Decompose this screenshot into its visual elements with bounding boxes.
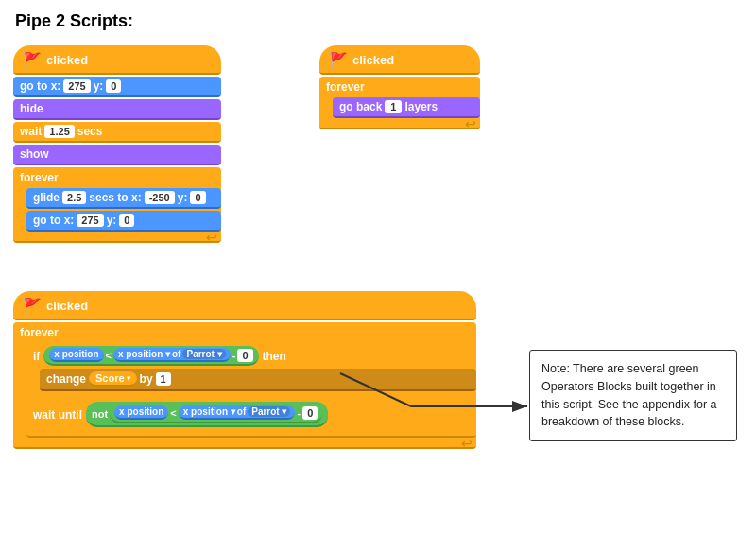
goto-block: go to x: 275 y: 0 [13, 77, 221, 97]
zero-pill-2: 0 [302, 406, 318, 420]
script-1: 🚩 clicked go to x: 275 y: 0 hide wait 1.… [13, 45, 221, 243]
glide-block: glide 2.5 secs to x: -250 y: 0 [26, 188, 221, 209]
flag-icon-2: 🚩 [329, 51, 348, 69]
layers-num: 1 [385, 100, 402, 113]
change-block: change Score ▾ by 1 [40, 369, 476, 391]
page-title: Pipe 2 Scripts: [0, 0, 756, 39]
y2-value: 0 [119, 214, 134, 227]
show-block: show [13, 145, 221, 165]
xpos-parrot-pill-2: x position ▾ of Parrot ▾ [179, 405, 296, 420]
goto-block-2: go to x: 275 y: 0 [26, 211, 221, 232]
glide-y: 0 [190, 191, 205, 204]
glide-secs: 2.5 [62, 191, 86, 204]
flag-icon-3: 🚩 [23, 297, 42, 315]
forever-cblock-2: forever go back 1 layers ↩ [319, 77, 480, 129]
hide-block: hide [13, 99, 221, 120]
y-value: 0 [106, 79, 121, 93]
hat-label-2: clicked [352, 53, 394, 67]
parrot-label: Parrot ▾ [182, 349, 225, 359]
x2-value: 275 [77, 214, 103, 227]
cap-arrow-2: ↩ [465, 117, 476, 130]
note-box: Note: There are several green Operators … [529, 350, 737, 441]
glide-x: -250 [145, 191, 175, 204]
if-row: if x position < x position ▾ of [26, 343, 476, 369]
wait-block: wait 1.25 secs [13, 122, 221, 143]
forever-label-2: forever [319, 77, 480, 97]
cap-arrow-1: ↩ [206, 231, 217, 244]
forever-label-3: forever [13, 322, 476, 343]
not-condition: not x position < x position ▾ [86, 402, 328, 427]
script-2: 🚩 clicked forever go back 1 layers ↩ [319, 45, 480, 129]
hat-block-1: 🚩 clicked [13, 45, 221, 75]
zero-pill-1: 0 [237, 349, 252, 362]
xpos-pill: x position [49, 348, 103, 362]
nested-condition: x position < x position ▾ of Parrot ▾ - [110, 404, 322, 423]
forever-label-1: forever [13, 167, 221, 188]
forever-cblock-3: forever if x position < [13, 322, 476, 449]
by-value: 1 [156, 372, 171, 386]
condition-block: x position < x position ▾ of Parrot ▾ - … [43, 346, 258, 366]
xpos-parrot-pill: x position ▾ of Parrot ▾ [113, 348, 231, 362]
cap-arrow-3: ↩ [461, 437, 472, 450]
note-text: Note: There are several green Operators … [541, 362, 717, 428]
score-pill: Score ▾ [89, 371, 137, 387]
goback-block: go back 1 layers [333, 97, 480, 118]
x-value: 275 [63, 79, 90, 93]
xpos-pill-2: x position [114, 405, 168, 420]
hat-block-2: 🚩 clicked [319, 45, 480, 75]
hat-block-3: 🚩 clicked [13, 291, 476, 320]
script-3: 🚩 clicked forever if x position [13, 291, 476, 449]
hat-label-3: clicked [46, 299, 88, 313]
wait-value: 1.25 [44, 125, 74, 138]
wait-until-row: wait until not x position < [26, 399, 476, 430]
forever-cblock-1: forever glide 2.5 secs to x: -250 y: 0 g… [13, 167, 221, 243]
if-cblock: if x position < x position ▾ of [26, 343, 476, 438]
hat-label-1: clicked [46, 53, 88, 67]
parrot-label-2: Parrot ▾ [248, 406, 290, 417]
flag-icon-1: 🚩 [23, 51, 42, 69]
